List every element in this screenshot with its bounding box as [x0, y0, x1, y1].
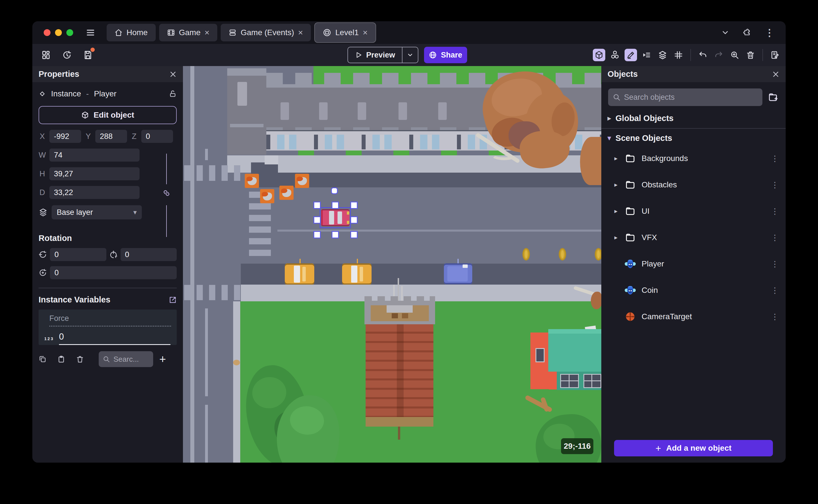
rotation-x-input[interactable] [50, 248, 106, 261]
edit-object-button[interactable]: Edit object [39, 106, 177, 124]
tower-cap[interactable] [364, 301, 435, 324]
height-input[interactable] [49, 167, 139, 180]
yellow-car[interactable] [342, 262, 373, 287]
chevron-right-icon[interactable]: ▸ [614, 234, 624, 241]
close-window-button[interactable] [44, 29, 50, 36]
global-objects-group[interactable]: ▸ Global Objects [601, 111, 786, 126]
edit-pencil-icon[interactable] [625, 49, 637, 61]
scene-objects-group[interactable]: ▾ Scene Objects [601, 130, 786, 146]
external-link-icon[interactable] [169, 296, 177, 304]
tab-game-events[interactable]: Game (Events) × [221, 24, 311, 41]
tab-game[interactable]: Game × [159, 24, 217, 41]
tree-item-vfx[interactable]: ▸ VFX ⋮ [601, 229, 786, 246]
depth-input[interactable] [49, 186, 139, 199]
resize-handle-n[interactable] [331, 202, 339, 209]
kebab-menu-icon[interactable]: ⋮ [771, 180, 779, 190]
kebab-menu-icon[interactable]: ⋮ [771, 286, 779, 295]
variable-name[interactable]: Force [49, 314, 171, 327]
variable-value[interactable]: 0 [59, 332, 170, 345]
unlock-icon[interactable] [169, 90, 177, 98]
paste-icon[interactable] [57, 355, 65, 363]
rotation-z-input[interactable] [50, 266, 177, 279]
view-3d-icon[interactable] [593, 49, 605, 61]
coin[interactable] [595, 248, 601, 261]
chevron-down-icon[interactable] [721, 28, 730, 37]
add-new-object-button[interactable]: + Add a new object [614, 440, 773, 456]
teal-building-wall[interactable] [531, 333, 550, 389]
resize-handle-se[interactable] [350, 231, 358, 238]
add-variable-icon[interactable]: + [159, 353, 166, 366]
scene-notes-icon[interactable] [769, 49, 781, 61]
redo-icon[interactable] [713, 49, 725, 61]
close-icon[interactable]: × [204, 28, 210, 37]
trash-icon[interactable] [744, 49, 757, 61]
close-icon[interactable]: × [298, 28, 303, 37]
chevron-right-icon[interactable]: ▸ [614, 181, 624, 189]
chevron-right-icon[interactable]: ▸ [614, 207, 624, 215]
autumn-tree-edge[interactable] [580, 137, 601, 185]
teal-building-roof[interactable] [548, 329, 601, 372]
objects-cubes-icon[interactable] [609, 49, 621, 61]
undo-icon[interactable] [697, 49, 709, 61]
tower-brick-body[interactable] [365, 324, 434, 417]
main-menu-icon[interactable] [86, 28, 95, 37]
preview-dropdown-button[interactable] [402, 52, 418, 58]
coin[interactable] [559, 248, 566, 261]
preview-button[interactable]: Preview [347, 47, 419, 63]
x-input[interactable] [49, 130, 81, 143]
blue-car[interactable] [444, 262, 474, 286]
building-tower[interactable] [227, 68, 266, 155]
tree-item-player[interactable]: Player ⋮ [601, 255, 786, 273]
close-icon[interactable] [169, 71, 177, 78]
obstacle-box[interactable] [260, 189, 274, 203]
obstacle-box[interactable] [295, 174, 309, 188]
kebab-menu-icon[interactable]: ⋮ [771, 312, 779, 321]
zoom-in-icon[interactable] [728, 49, 741, 61]
instances-list-icon[interactable] [641, 49, 653, 61]
obstacle-box[interactable] [245, 174, 259, 188]
maximize-window-button[interactable] [66, 29, 73, 36]
tree-item-obstacles[interactable]: ▸ Obstacles ⋮ [601, 176, 786, 194]
history-icon[interactable] [61, 49, 73, 61]
kebab-menu-icon[interactable]: ⋮ [771, 233, 779, 242]
kebab-menu-icon[interactable]: ⋮ [771, 259, 779, 269]
yellow-car[interactable] [285, 262, 316, 287]
obstacle-box[interactable] [279, 186, 293, 200]
save-icon[interactable] [82, 49, 94, 61]
resize-handle-nw[interactable] [313, 202, 321, 209]
chevron-right-icon[interactable]: ▸ [614, 155, 624, 162]
resize-handle-s[interactable] [331, 231, 339, 238]
width-input[interactable] [49, 149, 139, 162]
close-icon[interactable]: × [363, 28, 368, 37]
resize-handle-sw[interactable] [313, 231, 321, 238]
tab-level1[interactable]: Level1 × [314, 22, 376, 43]
layers-icon[interactable] [656, 49, 669, 61]
tree-item-backgrounds[interactable]: ▸ Backgrounds ⋮ [601, 150, 786, 167]
kebab-menu-icon[interactable]: ⋮ [771, 154, 779, 163]
z-input[interactable] [141, 130, 173, 143]
close-icon[interactable] [772, 71, 779, 78]
extensions-puzzle-icon[interactable] [743, 28, 752, 37]
layer-select[interactable]: Base layer ▾ [52, 205, 142, 219]
tree-item-ui[interactable]: ▸ UI ⋮ [601, 202, 786, 220]
kebab-menu-icon[interactable]: ⋮ [765, 27, 774, 38]
resize-handle-e[interactable] [350, 216, 358, 224]
copy-icon[interactable] [39, 355, 46, 363]
resize-handle-w[interactable] [313, 216, 321, 224]
player-car-selected[interactable] [321, 209, 349, 226]
resize-handle-ne[interactable] [350, 202, 358, 209]
scene-canvas[interactable]: 29;-116 [183, 66, 601, 463]
add-folder-icon[interactable] [768, 92, 779, 103]
share-button[interactable]: Share [424, 47, 467, 63]
tree-item-cameratarget[interactable]: CameraTarget ⋮ [601, 308, 786, 325]
tree-item-coin[interactable]: Coin ⋮ [601, 281, 786, 299]
kebab-menu-icon[interactable]: ⋮ [771, 207, 779, 216]
rotate-handle[interactable] [331, 187, 338, 194]
trash-icon[interactable] [76, 355, 84, 363]
link-dimensions-icon[interactable] [162, 189, 171, 197]
rotation-y-input[interactable] [120, 248, 177, 261]
tab-home[interactable]: Home [107, 24, 156, 41]
layout-panels-icon[interactable] [40, 49, 52, 61]
y-input[interactable] [95, 130, 127, 143]
grid-icon[interactable] [672, 49, 685, 61]
